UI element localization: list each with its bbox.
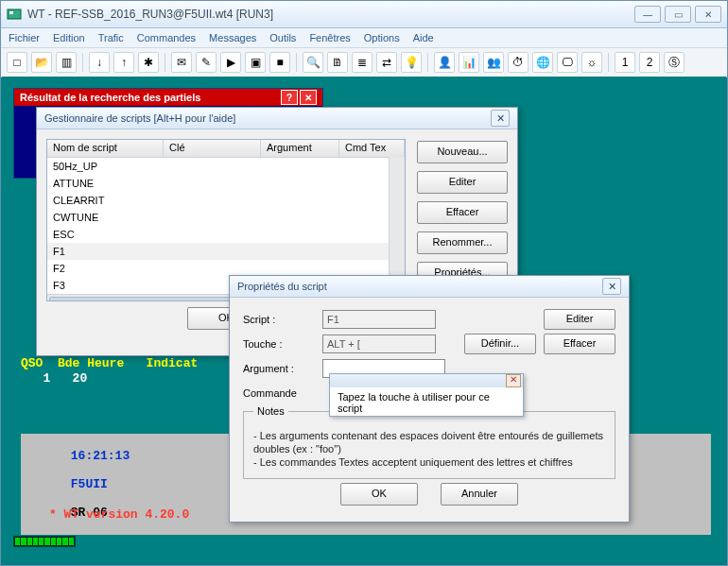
close-button[interactable]: ✕ (695, 6, 721, 23)
run-icon[interactable]: ▶ (220, 52, 241, 73)
list-item[interactable]: 50Hz_UP (47, 158, 405, 175)
titlebar: WT - REF-SSB_2016_RUN3@F5UII.wt4 [RUN3] … (1, 1, 727, 28)
list-icon[interactable]: ≣ (352, 52, 373, 73)
clear-key-button[interactable]: Effacer (544, 334, 615, 354)
partial-close-button[interactable]: ✕ (300, 90, 317, 105)
argument-label: Argument : (243, 363, 315, 374)
partial-search-title: Résultat de la recherche des partiels (20, 92, 200, 103)
folder-icon[interactable]: ▥ (56, 52, 77, 73)
menu-fichier[interactable]: Fichier (9, 32, 40, 43)
screen-icon[interactable]: 🖵 (557, 52, 578, 73)
properties-close-button[interactable]: ✕ (602, 278, 621, 295)
prop-cancel-button[interactable]: Annuler (441, 483, 518, 506)
script-name-field: F1 (322, 310, 436, 329)
script-manager-title: Gestionnaire de scripts [Alt+H pour l'ai… (44, 112, 235, 124)
arrow-down-icon[interactable]: ↓ (89, 52, 110, 73)
folder-new-icon[interactable]: □ (7, 52, 27, 73)
maximize-button[interactable]: ▭ (665, 6, 691, 23)
prop-edit-button[interactable]: Editer (544, 309, 615, 330)
spark-icon[interactable]: ✱ (138, 52, 159, 73)
list-item[interactable]: CLEARRIT (47, 192, 405, 209)
gear-icon[interactable]: ☼ (581, 52, 602, 73)
play-icon[interactable]: ▣ (245, 52, 266, 73)
key-field: ALT + [ (322, 334, 436, 353)
clock-icon[interactable]: ⏱ (508, 52, 529, 73)
script-list-header: Nom de script Clé Argument Cmd Tex (47, 140, 405, 158)
script-label: Script : (243, 314, 315, 325)
rename-button[interactable]: Renommer... (417, 232, 508, 254)
globe-icon[interactable]: 🌐 (532, 52, 553, 73)
split-icon[interactable]: Ⓢ (664, 52, 685, 73)
menu-fenetres[interactable]: Fenêtres (309, 32, 350, 43)
partial-help-button[interactable]: ? (281, 90, 298, 105)
menu-bar: Fichier Edition Trafic Commandes Message… (1, 28, 727, 48)
prop-ok-button[interactable]: OK (340, 483, 418, 506)
svg-rect-1 (9, 11, 13, 14)
workspace: Résultat de la recherche des partiels ? … (2, 77, 726, 564)
list-item[interactable]: ESC (47, 226, 405, 243)
delete-button[interactable]: Effacer (417, 201, 508, 224)
mail-icon[interactable]: ✉ (171, 52, 192, 73)
properties-titlebar[interactable]: Propriétés du script ✕ (230, 276, 629, 298)
note-1: - Les arguments contenant des espaces do… (253, 429, 605, 455)
status-time: 16:21:13 (71, 449, 130, 463)
menu-outils[interactable]: Outils (269, 32, 296, 43)
menu-messages[interactable]: Messages (209, 32, 256, 43)
one-icon[interactable]: 1 (615, 52, 635, 73)
col-key[interactable]: Clé (164, 140, 261, 157)
app-icon (7, 7, 22, 22)
list-item[interactable]: ATTUNE (47, 175, 405, 192)
toolbar: □ 📂 ▥ ↓ ↑ ✱ ✉ ✎ ▶ ▣ ■ 🔍 🗎 ≣ ⇄ 💡 👤 📊 👥 ⏱ … (1, 48, 727, 77)
notes-group: Notes - Les arguments contenant des espa… (243, 411, 615, 479)
partial-search-titlebar[interactable]: Résultat de la recherche des partiels ? … (14, 89, 322, 106)
status-call: F5UII (71, 477, 108, 491)
menu-aide[interactable]: Aide (413, 32, 434, 43)
toolbar-sep (165, 53, 165, 72)
menu-trafic[interactable]: Trafic (98, 32, 124, 43)
menu-options[interactable]: Options (364, 32, 400, 43)
zoom-icon[interactable]: 🔍 (303, 52, 323, 73)
menu-commandes[interactable]: Commandes (137, 32, 196, 43)
stop-icon[interactable]: ■ (269, 52, 290, 73)
tooltip-header: ✕ (330, 374, 523, 387)
person2-icon[interactable]: 👥 (483, 52, 504, 73)
chart-icon[interactable]: 📊 (459, 52, 479, 73)
col-name[interactable]: Nom de script (47, 140, 164, 157)
note-2: - Les commandes Textes acceptent uniquem… (253, 455, 605, 469)
script-manager-titlebar[interactable]: Gestionnaire de scripts [Alt+H pour l'ai… (37, 108, 517, 129)
two-icon[interactable]: 2 (639, 52, 660, 73)
vertical-scrollbar[interactable] (389, 157, 405, 285)
toolbar-sep (608, 53, 609, 72)
arrow-up-icon[interactable]: ↑ (113, 52, 134, 73)
notes-legend: Notes (253, 405, 288, 417)
toolbar-sep (82, 53, 83, 72)
toolbar-sep (296, 53, 297, 72)
script-manager-close-button[interactable]: ✕ (491, 110, 510, 127)
menu-edition[interactable]: Edition (53, 32, 85, 43)
window-title: WT - REF-SSB_2016_RUN3@F5UII.wt4 [RUN3] (27, 8, 634, 21)
minimize-button[interactable]: — (634, 6, 661, 23)
new-button[interactable]: Nouveau... (417, 141, 508, 163)
signal-meter (13, 536, 76, 547)
person-icon[interactable]: 👤 (434, 52, 455, 73)
tooltip-text: Tapez la touche à utiliser pour ce scrip… (330, 387, 523, 418)
col-cmd[interactable]: Cmd Tex (339, 140, 405, 157)
main-window: WT - REF-SSB_2016_RUN3@F5UII.wt4 [RUN3] … (0, 0, 728, 566)
key-prompt-tooltip: ✕ Tapez la touche à utiliser pour ce scr… (329, 373, 524, 417)
tx-icon[interactable]: ⇄ (376, 52, 397, 73)
folder-open-icon[interactable]: 📂 (31, 52, 52, 73)
edit-button[interactable]: Editer (417, 171, 508, 194)
key-label: Touche : (243, 338, 315, 350)
define-button[interactable]: Définir... (464, 334, 536, 354)
toolbar-sep (427, 53, 428, 72)
lamp-icon[interactable]: 💡 (401, 52, 422, 73)
list-item[interactable]: CWTUNE (47, 209, 405, 226)
scroll-thumb[interactable] (49, 297, 259, 301)
command-label: Commande (243, 387, 315, 399)
list-item[interactable]: F1 (47, 243, 405, 260)
col-arg[interactable]: Argument (261, 140, 339, 157)
properties-title: Propriétés du script (237, 281, 327, 292)
note-icon[interactable]: ✎ (196, 52, 217, 73)
tooltip-close-button[interactable]: ✕ (506, 374, 521, 387)
doc-icon[interactable]: 🗎 (327, 52, 348, 73)
